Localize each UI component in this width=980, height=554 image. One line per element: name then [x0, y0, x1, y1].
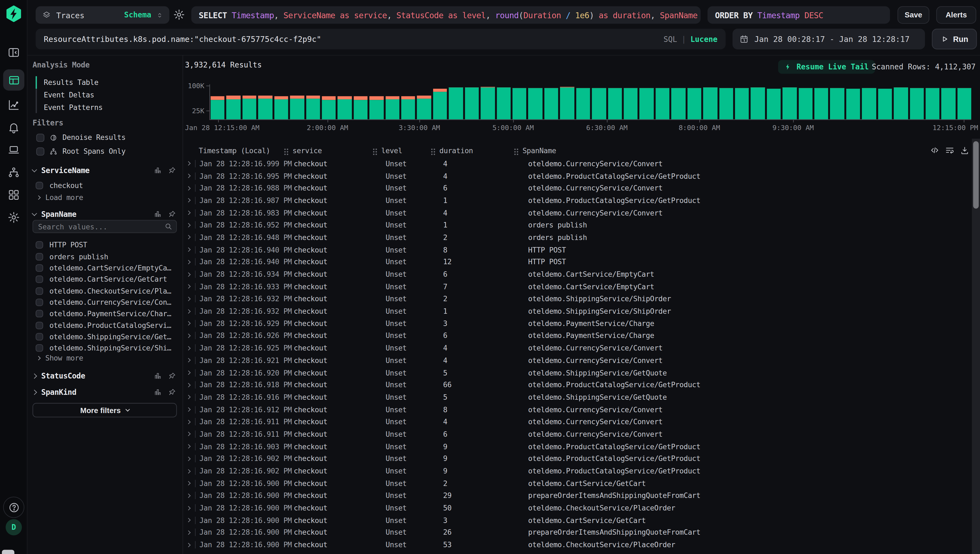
checkbox[interactable] — [36, 344, 43, 352]
row-expand-chevron[interactable] — [185, 332, 199, 339]
histogram-bar[interactable] — [258, 96, 272, 119]
histogram-bar[interactable] — [417, 96, 431, 119]
toggle-root-spans-only[interactable]: Root Spans Only — [36, 146, 126, 156]
row-expand-chevron[interactable] — [185, 271, 199, 278]
column-header-level[interactable]: level — [381, 146, 440, 155]
table-row[interactable]: Jan 28 12:28:16.925 PMcheckoutUnset4otel… — [185, 342, 972, 354]
row-expand-chevron[interactable] — [185, 197, 199, 204]
histogram-bar[interactable] — [798, 88, 812, 119]
histogram-bar[interactable] — [640, 88, 653, 119]
table-row[interactable]: Jan 28 12:28:16.911 PMcheckoutUnset6otel… — [185, 428, 972, 440]
scrollbar-thumb[interactable] — [973, 141, 979, 209]
table-row[interactable]: Jan 28 12:28:16.995 PMcheckoutUnset4otel… — [185, 170, 972, 182]
row-expand-chevron[interactable] — [185, 480, 199, 487]
settings-gear-icon[interactable] — [0, 211, 27, 224]
collapse-panel-icon[interactable] — [0, 46, 27, 59]
row-expand-chevron[interactable] — [185, 172, 199, 180]
histogram-bar[interactable] — [878, 88, 892, 119]
table-row[interactable]: Jan 28 12:28:16.900 PMcheckoutUnset29pre… — [185, 490, 972, 502]
table-row[interactable]: Jan 28 12:28:16.932 PMcheckoutUnset1otel… — [185, 305, 972, 317]
table-row[interactable]: Jan 28 12:28:16.999 PMcheckoutUnset4otel… — [185, 158, 972, 170]
dashboards-grid-icon[interactable] — [0, 189, 27, 201]
table-row[interactable]: Jan 28 12:28:16.900 PMcheckoutUnset50ote… — [185, 502, 972, 514]
row-expand-chevron[interactable] — [185, 443, 199, 451]
row-expand-chevron[interactable] — [185, 492, 199, 500]
histogram-bar[interactable] — [942, 88, 956, 119]
table-row[interactable]: Jan 28 12:28:16.900 PMcheckoutUnset26pre… — [185, 527, 972, 539]
table-row[interactable]: Jan 28 12:28:16.940 PMcheckoutUnset8HTTP… — [185, 244, 972, 256]
checkbox[interactable] — [36, 275, 43, 283]
drag-handle-icon[interactable] — [373, 148, 378, 155]
table-row[interactable]: Jan 28 12:28:16.921 PMcheckoutUnset4otel… — [185, 354, 972, 366]
histogram-bar[interactable] — [274, 96, 288, 119]
search-values-input[interactable] — [32, 220, 177, 233]
histogram-bar[interactable] — [306, 96, 320, 119]
alerts-bell-icon[interactable] — [0, 121, 27, 134]
histogram-bar[interactable] — [386, 96, 399, 119]
row-expand-chevron[interactable] — [185, 406, 199, 413]
histogram-bar[interactable] — [862, 88, 876, 119]
row-expand-chevron[interactable] — [185, 283, 199, 290]
filter-option[interactable]: oteldemo.PaymentService/Char… — [36, 308, 177, 320]
hyperdx-logo-icon[interactable] — [0, 5, 27, 22]
analysis-mode-results-table[interactable]: Results Table — [44, 76, 99, 89]
table-row[interactable]: Jan 28 12:28:16.903 PMcheckoutUnset9otel… — [185, 440, 972, 452]
row-expand-chevron[interactable] — [185, 357, 199, 365]
checkbox[interactable] — [36, 298, 43, 306]
histogram-bar[interactable] — [370, 96, 383, 119]
table-row[interactable]: Jan 28 12:28:16.902 PMcheckoutUnset9otel… — [185, 465, 972, 477]
checkbox[interactable] — [36, 182, 43, 189]
user-avatar[interactable]: D — [6, 519, 22, 535]
pin-icon[interactable] — [168, 372, 177, 380]
row-expand-chevron[interactable] — [185, 320, 199, 327]
table-row[interactable]: Jan 28 12:28:16.983 PMcheckoutUnset4otel… — [185, 207, 972, 219]
table-row[interactable]: Jan 28 12:28:16.987 PMcheckoutUnset1otel… — [185, 194, 972, 207]
histogram-bar[interactable] — [338, 96, 352, 119]
more-filters-button[interactable]: More filters — [32, 403, 177, 417]
search-input[interactable] — [36, 29, 726, 49]
histogram-bar[interactable] — [703, 88, 717, 119]
row-expand-chevron[interactable] — [185, 418, 199, 426]
row-expand-chevron[interactable] — [185, 185, 199, 192]
checkbox[interactable] — [36, 322, 43, 329]
scrollbar-track[interactable] — [972, 139, 980, 554]
checkbox[interactable] — [36, 264, 43, 272]
histogram-bar[interactable] — [290, 96, 304, 119]
order-by-editor[interactable]: ORDER BY Timestamp DESC — [708, 6, 890, 24]
table-row[interactable]: Jan 28 12:28:16.948 PMcheckoutUnset2orde… — [185, 231, 972, 244]
histogram-bar[interactable] — [735, 88, 749, 119]
run-button[interactable]: Run — [932, 29, 977, 49]
section-header-spankind[interactable]: SpanKind — [32, 387, 176, 397]
histogram-bar[interactable] — [814, 88, 829, 119]
checkbox[interactable] — [36, 310, 43, 318]
row-expand-chevron[interactable] — [185, 516, 199, 524]
column-header-duration[interactable]: duration — [439, 146, 523, 155]
help-icon[interactable] — [3, 497, 24, 518]
histogram-bar[interactable] — [465, 88, 479, 119]
histogram-bar[interactable] — [687, 88, 701, 119]
histogram-bar[interactable] — [481, 87, 495, 119]
show-more-link[interactable]: Show more — [37, 353, 83, 362]
histogram-bar[interactable] — [513, 88, 526, 119]
text-wrap-icon[interactable] — [945, 146, 954, 155]
table-row[interactable]: Jan 28 12:28:16.926 PMcheckoutUnset6otel… — [185, 330, 972, 342]
analysis-mode-event-deltas[interactable]: Event Deltas — [44, 89, 94, 101]
histogram-bar[interactable] — [528, 88, 542, 119]
analysis-mode-event-patterns[interactable]: Event Patterns — [44, 101, 103, 114]
histogram-bar[interactable] — [782, 87, 797, 119]
pin-icon[interactable] — [168, 166, 177, 174]
row-expand-chevron[interactable] — [185, 467, 199, 475]
row-expand-chevron[interactable] — [185, 369, 199, 377]
table-row[interactable]: Jan 28 12:28:16.912 PMcheckoutUnset8otel… — [185, 404, 972, 416]
section-header-spanname[interactable]: SpanName — [32, 209, 176, 219]
checkbox[interactable] — [36, 333, 43, 341]
row-expand-chevron[interactable] — [185, 221, 199, 229]
row-expand-chevron[interactable] — [185, 160, 199, 167]
row-expand-chevron[interactable] — [185, 455, 199, 463]
histogram-bar[interactable] — [910, 88, 924, 119]
filter-option[interactable]: oteldemo.ShippingService/Shi… — [36, 342, 177, 354]
histogram-bar[interactable] — [767, 89, 781, 119]
chart-explorer-icon[interactable] — [0, 99, 27, 111]
table-row[interactable]: Jan 28 12:28:16.911 PMcheckoutUnset4otel… — [185, 416, 972, 428]
row-expand-chevron[interactable] — [185, 344, 199, 352]
